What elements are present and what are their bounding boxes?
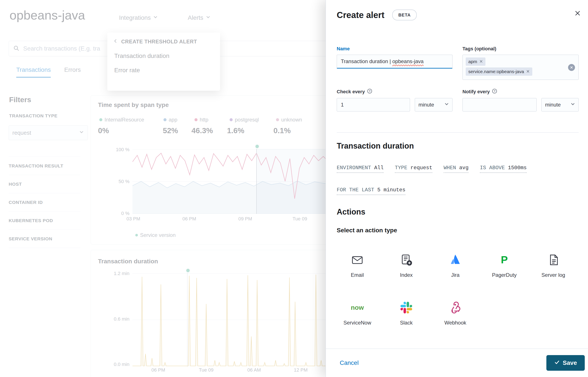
action-type-label: Server log xyxy=(541,272,565,278)
save-button[interactable]: Save xyxy=(546,355,585,371)
action-type-label: Index xyxy=(400,272,413,278)
action-type-label: Webhook xyxy=(444,320,466,326)
clear-tags-button[interactable] xyxy=(568,64,575,71)
actions-section-title: Actions xyxy=(337,207,365,216)
name-label: Name xyxy=(337,46,350,52)
close-icon xyxy=(575,10,581,17)
tags-combo-box[interactable]: apm service.name:opbeans-java xyxy=(462,55,579,80)
expression-type[interactable]: TYPE request xyxy=(395,165,432,173)
svg-text:?: ? xyxy=(494,90,496,93)
action-type-grid: Email Index Jira P PagerDuty xyxy=(333,249,578,345)
action-type-pagerduty[interactable]: P PagerDuty xyxy=(480,249,529,297)
expression-value: request xyxy=(410,165,432,171)
apm-create-alert-screen: opbeans-java Integrations Alerts Transac… xyxy=(0,0,588,377)
action-type-servicenow[interactable]: now ServiceNow xyxy=(333,297,382,345)
pagerduty-glyph: P xyxy=(501,253,508,267)
expression-for-the-last[interactable]: FOR THE LAST 5 minutes xyxy=(337,187,405,195)
pagerduty-icon: P xyxy=(497,253,511,267)
email-icon xyxy=(350,253,364,267)
expression-when[interactable]: WHEN avg xyxy=(444,165,469,173)
webhook-icon xyxy=(448,301,462,315)
notify-every-unit-select[interactable]: minute xyxy=(541,98,579,111)
action-type-label: Email xyxy=(351,272,364,278)
tags-label: Tags (optional) xyxy=(462,46,496,52)
alert-name-input[interactable]: Transaction duration | opbeans-java xyxy=(337,55,452,69)
check-icon xyxy=(554,359,560,366)
expression-label: WHEN xyxy=(444,165,456,171)
expression-value: avg xyxy=(459,165,469,171)
action-type-webhook[interactable]: Webhook xyxy=(431,297,480,345)
expression-environment[interactable]: ENVIRONMENT All xyxy=(337,165,383,173)
help-icon[interactable]: ? xyxy=(492,89,497,95)
action-type-slack[interactable]: Slack xyxy=(382,297,431,345)
action-type-index[interactable]: Index xyxy=(382,249,431,297)
servicenow-glyph: now xyxy=(351,301,364,315)
tag-pill-service-name[interactable]: service.name:opbeans-java xyxy=(466,68,532,76)
notify-every-unit-value: minute xyxy=(545,102,561,108)
tag-label: apm xyxy=(468,59,477,64)
flyout-title: Create alert xyxy=(337,10,384,20)
expression-label: TYPE xyxy=(395,165,407,171)
tag-label: service.name:opbeans-java xyxy=(468,69,524,74)
beta-badge: BETA xyxy=(392,10,417,20)
action-type-label: PagerDuty xyxy=(492,272,517,278)
expression-value: 5 minutes xyxy=(377,187,405,193)
condition-section-title: Transaction duration xyxy=(337,141,414,151)
chevron-down-icon xyxy=(570,102,576,108)
expression-label: FOR THE LAST xyxy=(337,187,374,193)
chevron-down-icon xyxy=(444,102,449,108)
expression-row: ENVIRONMENT All TYPE request WHEN avg IS… xyxy=(337,165,527,173)
expression-row: FOR THE LAST 5 minutes xyxy=(337,187,405,195)
action-type-label: Slack xyxy=(400,320,413,326)
flyout-header: Create alert BETA xyxy=(337,10,417,20)
check-every-input[interactable] xyxy=(337,98,410,111)
name-value-prefix: Transaction duration | xyxy=(341,58,392,64)
action-type-label: ServiceNow xyxy=(344,320,371,326)
slack-icon xyxy=(399,301,413,315)
close-flyout-button[interactable] xyxy=(573,9,583,19)
server-log-icon xyxy=(546,253,560,267)
expression-label: IS ABOVE xyxy=(480,165,505,171)
flyout-footer: Cancel Save xyxy=(326,349,588,377)
svg-text:?: ? xyxy=(369,90,370,93)
jira-icon xyxy=(448,253,462,267)
check-every-unit-value: minute xyxy=(418,102,434,108)
check-every-label-text: Check every xyxy=(337,89,365,94)
action-type-email[interactable]: Email xyxy=(333,249,382,297)
expression-value: All xyxy=(374,165,383,171)
cancel-button[interactable]: Cancel xyxy=(340,359,359,366)
remove-tag-icon[interactable] xyxy=(526,69,530,74)
servicenow-icon: now xyxy=(350,301,364,315)
check-every-label: Check every ? xyxy=(337,89,372,95)
expression-is-above[interactable]: IS ABOVE 1500ms xyxy=(480,165,527,173)
expression-value: 1500ms xyxy=(508,165,527,171)
create-alert-flyout: Create alert BETA Name Transaction durat… xyxy=(326,0,588,377)
check-every-unit-select[interactable]: minute xyxy=(415,98,452,111)
expression-label: ENVIRONMENT xyxy=(337,165,371,171)
action-type-server-log[interactable]: Server log xyxy=(529,249,578,297)
help-icon[interactable]: ? xyxy=(367,89,372,95)
notify-every-label: Notify every ? xyxy=(462,89,497,95)
name-value-flagged: opbeans-java xyxy=(392,58,423,64)
select-action-type-label: Select an action type xyxy=(337,227,397,234)
save-button-label: Save xyxy=(563,359,577,366)
index-icon xyxy=(399,253,413,267)
notify-every-label-text: Notify every xyxy=(462,89,490,94)
action-type-label: Jira xyxy=(451,272,460,278)
notify-every-input[interactable] xyxy=(462,98,537,111)
action-type-jira[interactable]: Jira xyxy=(431,249,480,297)
remove-tag-icon[interactable] xyxy=(479,59,483,64)
tag-pill-apm[interactable]: apm xyxy=(466,58,485,66)
